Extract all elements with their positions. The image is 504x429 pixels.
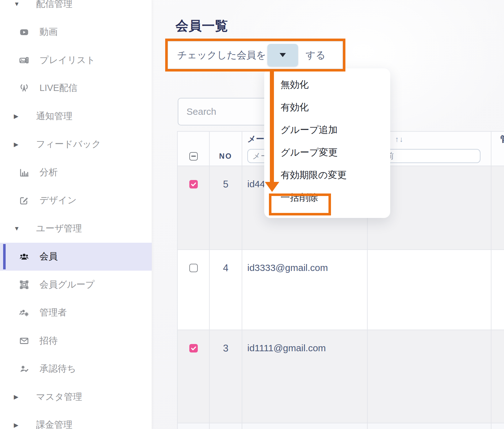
- sidebar-item-admins[interactable]: 管理者: [0, 299, 152, 327]
- menu-item-deactivate[interactable]: 無効化: [264, 73, 390, 96]
- sidebar-item-label: 招待: [39, 335, 58, 347]
- row-no: [210, 423, 242, 429]
- annotation-arrow-head-icon: [265, 182, 279, 192]
- sidebar-item-design[interactable]: デザイン: [0, 187, 152, 215]
- sidebar-item-label: 管理者: [39, 306, 67, 319]
- row-no: 5: [210, 166, 242, 250]
- header-select-all-cell: [177, 131, 210, 166]
- row-name-cell: [368, 423, 491, 429]
- sidebar-item-label: プレイリスト: [39, 54, 95, 66]
- sidebar-item-live[interactable]: LIVE配信: [0, 74, 152, 103]
- menu-item-add-group[interactable]: グループ追加: [264, 119, 390, 141]
- row-checkbox-cell: [177, 423, 210, 429]
- sidebar-item-invitations[interactable]: 招待: [0, 327, 152, 355]
- row-checkbox-cell: [177, 166, 210, 250]
- row-no: 4: [210, 250, 242, 330]
- select-all-checkbox[interactable]: [189, 152, 198, 161]
- row-checkbox-cell: [177, 250, 210, 330]
- sidebar-menu: ▼ 配信管理 動画 プレイリスト LIVE配信: [0, 0, 152, 429]
- caret-right-icon: ▶: [14, 421, 22, 429]
- sidebar-item-label: 分析: [39, 166, 58, 179]
- sidebar-item-pending-approval[interactable]: 承認待ち: [0, 355, 152, 383]
- sidebar-item-member-groups[interactable]: 会員グループ: [0, 271, 152, 299]
- row-email: [242, 423, 368, 429]
- sidebar-item-videos[interactable]: 動画: [0, 18, 152, 46]
- bulk-action-bar: チェックした会員を する: [165, 39, 345, 72]
- approval-icon: [18, 363, 30, 375]
- sidebar-group-label: フィードバック: [36, 138, 101, 151]
- sort-arrows-icon[interactable]: ↑↓: [395, 135, 404, 143]
- row-name-cell: [368, 330, 491, 423]
- main-content: 会員一覧 チェックした会員を する NO メール: [152, 0, 504, 429]
- column-header-no: NO: [219, 152, 232, 161]
- sidebar-group-billing[interactable]: ▶ 課金管理: [0, 411, 152, 429]
- column-header-name: 名前 ↑↓: [373, 133, 491, 145]
- row-email: id1111@gmail.com: [242, 330, 368, 423]
- sidebar-item-playlist[interactable]: プレイリスト: [0, 46, 152, 74]
- design-icon: [18, 194, 30, 207]
- row-checkbox-checked[interactable]: [189, 344, 198, 352]
- sidebar-item-label: 会員グループ: [39, 278, 95, 291]
- caret-down-icon: ▼: [14, 225, 22, 232]
- column-header-truncated: 管: [500, 133, 504, 145]
- broadcast-icon: [18, 82, 30, 94]
- row-extra-cell: [491, 330, 504, 423]
- table-row[interactable]: 4 id3333@gmail.com: [177, 250, 504, 330]
- row-checkbox-unchecked[interactable]: [189, 264, 198, 272]
- row-extra-cell: [491, 166, 504, 250]
- sidebar-group-label: ユーザ管理: [36, 222, 82, 235]
- row-no: 3: [210, 330, 242, 423]
- sidebar-group-label: 配信管理: [36, 0, 72, 10]
- sidebar-group-feedback[interactable]: ▶ フィードバック: [0, 130, 152, 159]
- row-extra-cell: [491, 423, 504, 429]
- caret-right-icon: ▶: [14, 141, 22, 148]
- caret-down-icon: ▼: [14, 1, 22, 8]
- sidebar-item-label: LIVE配信: [39, 82, 77, 94]
- table-row[interactable]: 3 id1111@gmail.com: [177, 330, 504, 423]
- sidebar-group-master[interactable]: ▶ マスタ管理: [0, 383, 152, 411]
- table-row[interactable]: [177, 423, 504, 429]
- caret-right-icon: ▶: [14, 113, 22, 120]
- row-checkbox-checked[interactable]: [189, 180, 198, 188]
- sidebar-item-label: 承認待ち: [39, 363, 76, 375]
- header-no-cell: NO: [210, 131, 242, 166]
- bulk-action-dropdown-button[interactable]: [267, 44, 298, 66]
- sidebar-item-label: 会員: [39, 250, 58, 263]
- row-checkbox-cell: [177, 330, 210, 423]
- sidebar-group-label: マスタ管理: [36, 391, 82, 403]
- invite-icon: [18, 335, 30, 347]
- member-group-icon: [18, 278, 30, 291]
- menu-item-activate[interactable]: 有効化: [264, 96, 390, 119]
- header-truncated-cell: 管: [491, 131, 504, 166]
- sidebar-group-user-management[interactable]: ▼ ユーザ管理: [0, 214, 152, 243]
- sidebar-item-label: デザイン: [39, 194, 77, 207]
- admins-icon: [18, 306, 30, 319]
- sidebar-group-label: 課金管理: [36, 419, 72, 429]
- sidebar-item-analytics[interactable]: 分析: [0, 158, 152, 187]
- caret-down-icon: [280, 53, 286, 57]
- menu-item-change-group[interactable]: グループ変更: [264, 141, 390, 164]
- app-window: ▼ 配信管理 動画 プレイリスト LIVE配信: [0, 0, 504, 429]
- members-icon: [18, 250, 30, 263]
- page-title: 会員一覧: [176, 17, 228, 34]
- row-extra-cell: [491, 250, 504, 330]
- bulk-action-prefix-label: チェックした会員を: [177, 49, 266, 62]
- sidebar-group-label: 通知管理: [36, 110, 72, 123]
- bulk-action-suffix-label: する: [306, 49, 325, 62]
- video-icon: [18, 26, 30, 38]
- annotation-highlight-box-bulk-delete: [269, 193, 331, 215]
- menu-item-change-expiry[interactable]: 有効期限の変更: [264, 164, 390, 186]
- sidebar-item-label: 動画: [39, 26, 58, 38]
- annotation-arrow-shaft: [270, 72, 274, 183]
- sidebar: ▼ 配信管理 動画 プレイリスト LIVE配信: [0, 0, 152, 429]
- playlist-icon: [18, 54, 30, 66]
- analytics-icon: [18, 166, 30, 179]
- caret-right-icon: ▶: [14, 393, 22, 400]
- sidebar-item-members[interactable]: 会員: [0, 243, 152, 271]
- sidebar-group-notifications[interactable]: ▶ 通知管理: [0, 102, 152, 130]
- sidebar-group-distribution[interactable]: ▼ 配信管理: [0, 0, 152, 18]
- row-email: id3333@gmail.com: [242, 250, 368, 330]
- row-name-cell: [368, 250, 491, 330]
